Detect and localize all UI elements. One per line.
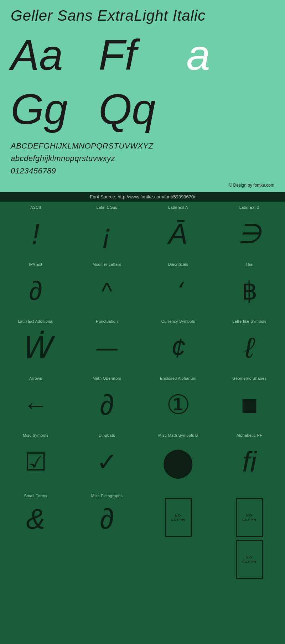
char-geometric: ■ xyxy=(216,383,283,427)
label-latinexta: Latin Ext A xyxy=(168,205,188,209)
label-latinextb: Latin Ext B xyxy=(239,205,260,209)
label-mathops: Math Operators xyxy=(93,376,121,380)
glyph-cell-noglyph-3: NO GLYPH xyxy=(214,540,285,579)
label-arrows: Arrows xyxy=(29,376,42,380)
alphabet-upper: ABCDEFGHIJKLMNOPQRSTUVWXYZ xyxy=(11,140,274,152)
glyph-cell-dingbats: Dingbats ✓ xyxy=(71,430,142,487)
label-letterlike: Letterlike Symbols xyxy=(232,319,266,323)
glyph-cell-enclosed: Enclosed Alphanum ① xyxy=(142,373,214,430)
char-alphabeticpf: ﬁ xyxy=(216,440,283,484)
glyph-gg: Gg xyxy=(11,82,99,136)
glyph-cell-diacriticals: Diacriticals ʻ xyxy=(142,259,214,316)
glyph-cell-alphabeticpf: Alphabetic PF ﬁ xyxy=(214,430,285,487)
label-alphabeticpf: Alphabetic PF xyxy=(237,433,262,437)
alphabet-section: ABCDEFGHIJKLMNOPQRSTUVWXYZ abcdefghijklm… xyxy=(11,136,274,181)
copyright-text: © Design by fontke.com xyxy=(11,181,274,188)
glyph-cell-latinexta: Latin Ext A Ā xyxy=(142,202,214,259)
char-ipaext: ∂ xyxy=(2,269,69,313)
char-mathops: ∂ xyxy=(73,383,141,427)
char-enclosed: ① xyxy=(144,383,212,427)
no-glyph-text-3a: NO xyxy=(246,556,253,559)
char-diacriticals: ʻ xyxy=(144,269,212,313)
glyph-a-white: a xyxy=(186,28,274,82)
label-currency: Currency Symbols xyxy=(161,319,195,323)
glyph-cell-modifierletters: Modifier Letters ^ xyxy=(71,259,142,316)
glyph-cell-latinextb: Latin Ext B ∋ xyxy=(214,202,285,259)
label-dingbats: Dingbats xyxy=(99,433,115,437)
no-glyph-text-1a: NO xyxy=(175,514,181,517)
glyph-cell-arrows: Arrows ← xyxy=(0,373,71,430)
glyph-cell-noglyph-2: NO GLYPH xyxy=(214,490,285,540)
char-thai: ฿ xyxy=(216,269,283,313)
char-latin1sup: ¡ xyxy=(73,212,141,256)
label-miscsymbols: Misc Symbols xyxy=(23,433,48,437)
char-ascii: ! xyxy=(2,212,69,256)
glyph-cell-smallforms: Small Forms & xyxy=(0,490,71,540)
no-glyph-text-2a: NO xyxy=(246,514,253,517)
glyph-cell-noglyph-1: NO GLYPH xyxy=(142,490,214,540)
label-latin1sup: Latin 1 Sup xyxy=(97,205,118,209)
char-smallforms: & xyxy=(2,501,69,537)
label-ipaext: IPA Ext xyxy=(29,262,42,266)
glyph-cell-miscmathb: Misc Math Symbols B ⬤ xyxy=(142,430,214,487)
source-bar: Font Source: http://www.fontke.com/font/… xyxy=(0,192,285,202)
glyph-placeholder xyxy=(186,82,274,136)
char-miscpicto: ∂ xyxy=(73,501,141,537)
label-enclosed: Enclosed Alphanum xyxy=(160,376,196,380)
char-latinextadd: Ẇ xyxy=(2,326,69,370)
glyph-cell-letterlike: Letterlike Symbols ℓ xyxy=(214,316,285,373)
char-latinextb: ∋ xyxy=(216,212,283,256)
glyph-cell-geometric: Geometric Shapes ■ xyxy=(214,373,285,430)
char-arrows: ← xyxy=(2,383,69,427)
label-miscpicto: Misc Pictographs xyxy=(91,494,123,498)
char-letterlike: ℓ xyxy=(216,326,283,370)
char-miscsymbols: ☑ xyxy=(2,440,69,484)
glyph-cell-miscpicto: Misc Pictographs ∂ xyxy=(71,490,142,540)
extra-noglyph-row: NO GLYPH xyxy=(0,540,285,586)
preview-section: Geller Sans ExtraLight Italic Aa Ff a Gg… xyxy=(0,0,285,192)
glyph-cell-thai: Thai ฿ xyxy=(214,259,285,316)
no-glyph-text-1b: GLYPH xyxy=(171,518,185,521)
label-thai: Thai xyxy=(245,262,254,266)
label-miscmathb: Misc Math Symbols B xyxy=(158,433,198,437)
font-title: Geller Sans ExtraLight Italic xyxy=(11,7,274,24)
glyph-cell-miscsymbols: Misc Symbols ☑ xyxy=(0,430,71,487)
label-geometric: Geometric Shapes xyxy=(232,376,266,380)
label-modifierletters: Modifier Letters xyxy=(93,262,121,266)
glyph-grid-top: Aa Ff a Gg Qq xyxy=(11,28,274,136)
char-punctuation: — xyxy=(73,326,141,370)
glyph-aa: Aa xyxy=(11,28,99,82)
glyph-cell-ipaext: IPA Ext ∂ xyxy=(0,259,71,316)
glyph-table: ASCII ! Latin 1 Sup ¡ Latin Ext A Ā Lati… xyxy=(0,202,285,487)
char-miscmathb: ⬤ xyxy=(144,440,212,484)
glyph-ff: Ff xyxy=(99,28,187,82)
glyph-qq: Qq xyxy=(99,82,187,136)
glyph-cell-mathops: Math Operators ∂ xyxy=(71,373,142,430)
glyph-cell-punctuation: Punctuation — xyxy=(71,316,142,373)
glyph-cell-ascii: ASCII ! xyxy=(0,202,71,259)
label-latinextadd: Latin Ext Additional xyxy=(18,319,53,323)
char-latinexta: Ā xyxy=(144,212,212,256)
no-glyph-box-3: NO GLYPH xyxy=(236,540,263,579)
char-modifierletters: ^ xyxy=(73,269,141,313)
label-diacriticals: Diacriticals xyxy=(168,262,188,266)
char-dingbats: ✓ xyxy=(73,440,141,484)
label-punctuation: Punctuation xyxy=(96,319,118,323)
no-glyph-text-2b: GLYPH xyxy=(242,518,256,521)
digits: 0123456789 xyxy=(11,165,274,177)
glyph-cell-latin1sup: Latin 1 Sup ¡ xyxy=(71,202,142,259)
label-ascii: ASCII xyxy=(30,205,41,209)
no-glyph-box-1: NO GLYPH xyxy=(165,498,192,537)
alphabet-lower: abcdefghijklmnopqrstuvwxyz xyxy=(11,152,274,165)
no-glyph-box-2: NO GLYPH xyxy=(236,498,263,537)
glyph-cell-latinextadd: Latin Ext Additional Ẇ xyxy=(0,316,71,373)
no-glyph-text-3b: GLYPH xyxy=(242,560,256,564)
label-smallforms: Small Forms xyxy=(24,494,47,498)
char-currency: ¢ xyxy=(144,326,212,370)
row6-labels: Small Forms & Misc Pictographs ∂ NO GLYP… xyxy=(0,487,285,540)
glyph-cell-currency: Currency Symbols ¢ xyxy=(142,316,214,373)
